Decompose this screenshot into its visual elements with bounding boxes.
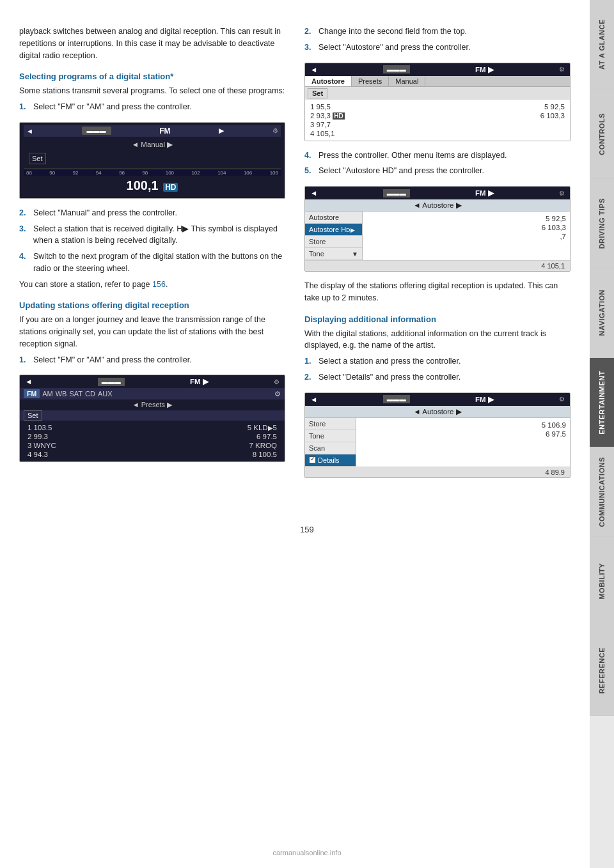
step-1-3: 3. Select a station that is received dig… [19, 223, 285, 247]
screen1-nav: ◄ Manual ▶ [24, 139, 281, 150]
screen1-set-area: Set [24, 150, 281, 167]
screen4-top: ◄ ▬▬▬ FM ▶ ⚙ [305, 187, 570, 199]
screen1-left-arrow: ◄ [26, 127, 33, 135]
screen2-nav: ◄ Presets ▶ [20, 399, 285, 410]
tab-fm[interactable]: FM [24, 389, 40, 398]
sidebar-tab-navigation[interactable]: Navigation [590, 268, 614, 358]
sidebar-tab-at-a-glance[interactable]: At a glance [590, 0, 614, 89]
menu-item-details[interactable]: Details [305, 454, 356, 467]
s3-fm: FM ▶ [475, 65, 494, 74]
menu-item-autostore-hd[interactable]: Autostore HD▶ [305, 224, 362, 236]
page-ref-link[interactable]: 156 [152, 280, 166, 289]
screen1-fm-label: FM [159, 127, 170, 136]
s2-row2: 2 99.3 6 97.5 [25, 432, 279, 441]
screen1-frequency: 100,1 HD [24, 176, 281, 196]
s3-r4-left: 4 105,1 [310, 130, 335, 137]
step-number: 1. [304, 355, 316, 368]
step-number: 1. [19, 354, 31, 366]
tab-cd[interactable]: CD [85, 390, 95, 398]
menu-item-tone[interactable]: Tone ▼ [305, 248, 362, 260]
screen5-menu-list: Store Tone Scan Details [305, 418, 356, 467]
s4-icon: ⚙ [559, 190, 565, 197]
screen2-top: ◄ ▬▬▬ FM ▶ ⚙ [20, 375, 285, 388]
s2-icon: ⚙ [274, 378, 279, 385]
s2-r4-left: 4 94.3 [28, 451, 48, 458]
step-r-3: 3. Select "Autostore" and press the cont… [304, 42, 571, 54]
s5-freq1: 5 106.9 [360, 421, 566, 430]
menu-item-tone[interactable]: Tone [305, 430, 356, 442]
section2-intro: If you are on a longer journey and leave… [19, 314, 285, 350]
screen5-bottom: 4 89.9 [305, 467, 570, 477]
sidebar-tab-communications[interactable]: Communications [590, 447, 614, 537]
screen3-body: 1 95,5 5 92,5 2 93,3 HD 6 103,3 3 97,7 4… [305, 100, 570, 141]
step-text: Select "Autostore" and press the control… [319, 42, 571, 54]
step-r-5: 5. Select "Autostore HD" and press the c… [304, 165, 571, 177]
s3-r2-left: 2 93,3 HD [310, 112, 345, 120]
section3-intro: With the digital stations, additional in… [304, 328, 571, 352]
step-text: Select "Details" and press the controlle… [319, 371, 571, 384]
screen4-wrapper: ◄ ▬▬▬ FM ▶ ⚙ ◄ Autostore ▶ Autostore Aut… [304, 181, 571, 278]
s2-r2-right: 6 97.5 [256, 433, 277, 440]
tab-presets[interactable]: Presets [352, 76, 389, 86]
step-r-4: 4. Press the controller. Other menu item… [304, 150, 571, 162]
sidebar-tab-label: Entertainment [598, 371, 606, 435]
sidebar-tab-mobility[interactable]: Mobility [590, 537, 614, 626]
step-1-1: 1. Select "FM" or "AM" and press the con… [19, 101, 285, 113]
menu-item-store[interactable]: Store [305, 236, 362, 248]
step-text: Switch to the next program of the digita… [33, 251, 285, 275]
step-2-1: 1. Select "FM" or "AM" and press the con… [19, 354, 285, 366]
step-number: 2. [19, 207, 31, 219]
screen3-top: ◄ ▬▬▬ FM ▶ ⚙ [305, 63, 570, 76]
screen4-menu-area: Autostore Autostore HD▶ Store Tone ▼ 5 9… [305, 212, 570, 260]
tab-autostore[interactable]: Autostore [305, 76, 352, 86]
s4-freq3: ,7 [366, 232, 566, 241]
tab-sat[interactable]: SAT [69, 390, 83, 398]
right-column: 2. Change into the second field from the… [304, 26, 571, 486]
screen4-freq-area: 5 92,5 6 103,3 ,7 [363, 212, 570, 260]
s3-row3: 3 97,7 [310, 120, 565, 129]
s5-icon: ⚙ [559, 396, 565, 403]
s4-freq1: 5 92,5 [366, 214, 566, 223]
step-number: 4. [304, 150, 316, 162]
screen4-menu-list: Autostore Autostore HD▶ Store Tone ▼ [305, 212, 363, 260]
tab-am[interactable]: AM [42, 390, 53, 398]
sidebar-tab-driving-tips[interactable]: Driving tips [590, 179, 614, 268]
sidebar-tab-reference[interactable]: Reference [590, 626, 614, 716]
step-text: Select a station that is received digita… [33, 223, 285, 247]
tab-aux[interactable]: AUX [98, 390, 113, 398]
step-text: Select "FM" or "AM" and press the contro… [33, 101, 285, 113]
s3-row1: 1 95,5 5 92,5 [310, 102, 565, 111]
section3-heading: Displaying additional information [304, 314, 571, 324]
left-column: playback switches between analog and dig… [19, 26, 285, 486]
s5-freq2: 6 97.5 [360, 430, 566, 438]
screen4-bottom: 4 105,1 [305, 260, 570, 271]
radio-screen-2: ◄ ▬▬▬ FM ▶ ⚙ FM AM WB SAT CD AUX ⚙ ◄ Pre… [19, 375, 285, 462]
tab-manual[interactable]: Manual [389, 76, 425, 86]
watermark: carmanualsonline.info [272, 849, 341, 856]
section1-intro: Some stations transmit several programs.… [19, 85, 285, 97]
menu-item-autostore[interactable]: Autostore [305, 212, 362, 224]
screen5-nav: ◄ Autostore ▶ [305, 406, 570, 418]
step-number: 3. [19, 223, 31, 247]
screen1-top-bar: ◄ ▬▬▬ FM ▶ ⚙ [24, 125, 281, 137]
step-text: Select a station and press the controlle… [319, 355, 571, 368]
screen5-top: ◄ ▬▬▬ FM ▶ ⚙ [305, 393, 570, 406]
s2-fm: FM ▶ [190, 377, 209, 386]
radio-screen-1: ◄ ▬▬▬ FM ▶ ⚙ ◄ Manual ▶ Set 88 90 92 94 … [19, 122, 285, 199]
menu-item-scan[interactable]: Scan [305, 442, 356, 454]
s5-fm: FM ▶ [475, 395, 494, 404]
divider [24, 168, 281, 169]
screen4-nav: ◄ Autostore ▶ [305, 199, 570, 212]
sidebar-tab-label: At a glance [598, 19, 606, 70]
s4-bottom-right: 4 105,1 [541, 262, 565, 270]
menu-item-store[interactable]: Store [305, 418, 356, 430]
radio-screen-4: ◄ ▬▬▬ FM ▶ ⚙ ◄ Autostore ▶ Autostore Aut… [304, 186, 571, 272]
step-r-2: 2. Change into the second field from the… [304, 26, 571, 38]
screen3-tabs: Autostore Presets Manual [305, 76, 570, 87]
tab-wb[interactable]: WB [56, 390, 67, 398]
s2-r2-left: 2 99.3 [28, 433, 48, 440]
dropdown-arrow: ▼ [352, 251, 358, 258]
sidebar-tab-controls[interactable]: Controls [590, 89, 614, 179]
step-number: 2. [304, 371, 316, 384]
sidebar-tab-entertainment[interactable]: Entertainment [590, 358, 614, 447]
